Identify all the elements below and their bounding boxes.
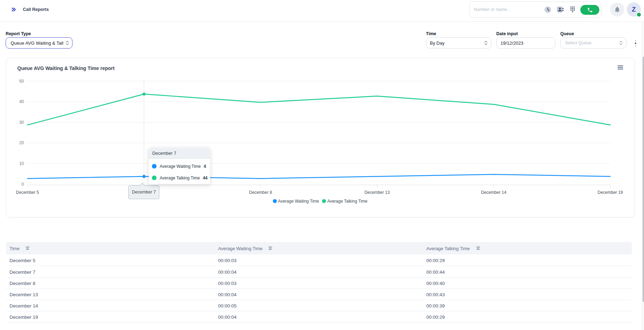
svg-text:Average Waiting Time: Average Waiting Time [278,199,319,204]
svg-text:December 13: December 13 [364,190,390,195]
svg-text:December 5: December 5 [16,190,39,195]
svg-text:December 19: December 19 [598,190,623,195]
svg-text:Average Talking Time: Average Talking Time [327,199,368,204]
svg-text:30: 30 [19,120,24,125]
svg-text:40: 40 [19,99,24,104]
svg-text:50: 50 [19,79,24,84]
svg-text:December 8: December 8 [249,190,272,195]
svg-text:10: 10 [19,161,24,166]
svg-text:20: 20 [19,140,24,145]
svg-text:0: 0 [21,182,24,187]
svg-text:December 14: December 14 [481,190,506,195]
